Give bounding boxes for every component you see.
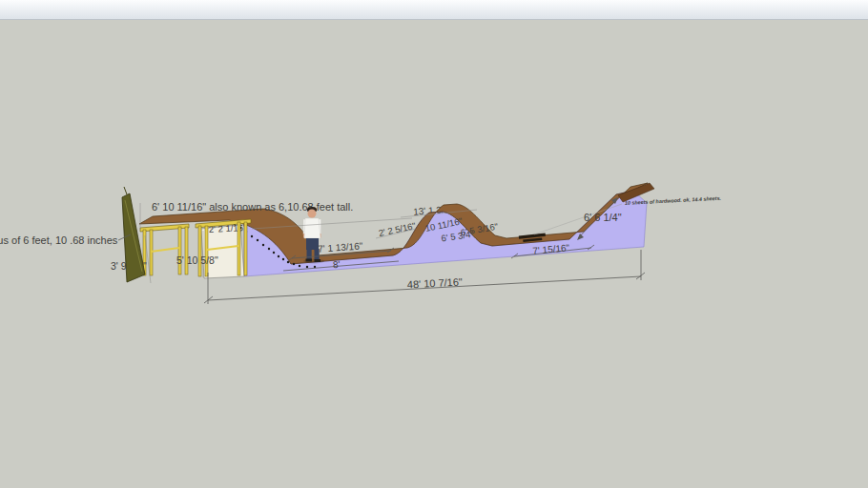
sketchup-window: 2' 2 1/16" 13' 1 3/16" 6' 10 11/16" also…: [0, 0, 868, 488]
dim-label-hump-left: 2' 2 5/16": [378, 220, 417, 238]
dim-label-total-length: 48' 10 7/16": [407, 275, 464, 290]
dim-label-bank-slope: 6' 6 1/4": [584, 212, 622, 223]
height-note: 6' 10 11/16" also known as 6,10.68 feet …: [152, 201, 353, 213]
dim-label-table-height: 5' 10 5/8": [176, 254, 218, 266]
dim-label-second-flat: 7' 15/16": [532, 242, 570, 255]
model-viewport[interactable]: 2' 2 1/16" 13' 1 3/16" 6' 10 11/16" also…: [0, 0, 868, 488]
radius-note: radius of 6 feet, 10 .68 inches: [0, 234, 118, 246]
dim-label-flat-total: 8': [333, 259, 341, 271]
